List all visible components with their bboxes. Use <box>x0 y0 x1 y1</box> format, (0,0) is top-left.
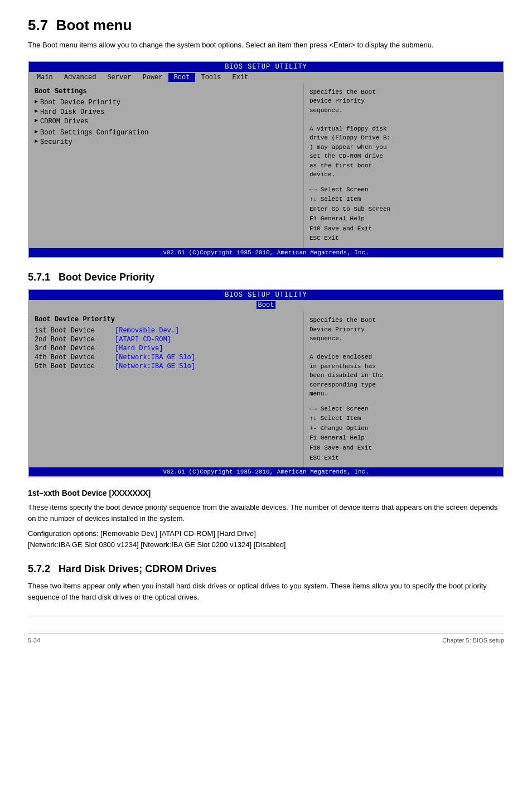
bios-keys-1: ←→ Select Screen ↑↓ Select Item Enter Go… <box>309 185 497 244</box>
device-label: 2nd Boot Device <box>35 336 113 344</box>
bios-item-security: ► Security <box>35 138 298 146</box>
page-footer: 5-34 Chapter 5: BIOS setup <box>28 633 504 644</box>
device-label: 3rd Boot Device <box>35 345 113 352</box>
arrow-icon: ► <box>35 118 38 124</box>
bios-menu-advanced[interactable]: Advanced <box>59 73 102 82</box>
section-intro: The Boot menu items allow you to change … <box>28 40 504 51</box>
bios-right-2: Specifies the Boot Device Priority seque… <box>304 311 503 467</box>
bios-title-bar-1: BIOS SETUP UTILITY <box>29 62 503 72</box>
bios-device-2nd: 2nd Boot Device [ATAPI CD-ROM] <box>35 336 298 344</box>
bios-device-3rd: 3rd Boot Device [Hard Drive] <box>35 345 298 352</box>
bios-footer-1: v02.61 (C)Copyright 1985-2010, American … <box>29 248 503 257</box>
bios-footer-2: v02.61 (C)Copyright 1985-2010, American … <box>29 467 503 476</box>
bios-title-bar-2: BIOS SETUP UTILITY <box>29 290 503 300</box>
device-value: [Network:IBA GE Slo] <box>115 363 195 370</box>
bios-help-text-1: Specifies the Boot Device Priority seque… <box>309 88 497 180</box>
device-label: 4th Boot Device <box>35 354 113 361</box>
subsection-571-heading: 5.7.1 Boot Device Priority <box>28 272 504 283</box>
section-57: 5.7 Boot menu The Boot menu items allow … <box>28 17 504 602</box>
bios-device-5th: 5th Boot Device [Network:IBA GE Slo] <box>35 363 298 370</box>
bios-menu-tools[interactable]: Tools <box>195 73 226 82</box>
bios-active-tab-2: Boot <box>257 301 276 309</box>
device-value: [ATAPI CD-ROM] <box>115 336 171 344</box>
footer-right: Chapter 5: BIOS setup <box>442 637 504 644</box>
bios-item-boot-settings-config: ► Boot Settings Configuration <box>35 129 298 137</box>
subsection-572-heading: 5.7.2 Hard Disk Drives; CDROM Drives <box>28 563 504 575</box>
boot-device-text1: These items specify the boot device prio… <box>28 502 504 524</box>
bios-box-2: BIOS SETUP UTILITY Boot Boot Device Prio… <box>28 289 504 477</box>
footer-divider <box>28 616 504 616</box>
bios-item-label: Hard Disk Drives <box>40 108 104 116</box>
bios-item-label: Boot Device Priority <box>40 99 120 107</box>
bios-right-1: Specifies the Boot Device Priority seque… <box>304 83 503 249</box>
footer-left: 5-34 <box>28 637 40 644</box>
bios-menu-server[interactable]: Server <box>101 73 137 82</box>
device-value: [Removable Dev.] <box>115 327 179 335</box>
bios-content-2: Boot Device Priority 1st Boot Device [Re… <box>29 311 503 467</box>
bios-help-text-2: Specifies the Boot Device Priority seque… <box>309 316 497 399</box>
bios-menu-power[interactable]: Power <box>137 73 168 82</box>
bios-item-label: Security <box>40 138 72 146</box>
device-label: 1st Boot Device <box>35 327 113 335</box>
bios-menu-main[interactable]: Main <box>31 73 59 82</box>
bios-menu-boot[interactable]: Boot <box>168 73 196 82</box>
bios-left-1: Boot Settings ► Boot Device Priority ► H… <box>29 83 304 249</box>
device-value: [Network:IBA GE Slo] <box>115 354 195 361</box>
bios-item-label: Boot Settings Configuration <box>40 129 148 137</box>
device-label: 5th Boot Device <box>35 363 113 370</box>
arrow-icon: ► <box>35 99 38 105</box>
section-title: 5.7 Boot menu <box>28 17 504 34</box>
bios-item-cdrom: ► CDROM Drives <box>35 118 298 125</box>
bios-keys-2: ←→ Select Screen ↑↓ Select Item +- Chang… <box>309 404 497 463</box>
bios-device-4th: 4th Boot Device [Network:IBA GE Slo] <box>35 354 298 361</box>
boot-device-heading: 1st–xxth Boot Device [XXXXXXX] <box>28 489 504 497</box>
bios-section-label-2: Boot Device Priority <box>35 316 298 323</box>
bios-box-1: BIOS SETUP UTILITY Main Advanced Server … <box>28 61 504 259</box>
boot-device-text2: Configuration options: [Removable Dev.] … <box>28 528 504 550</box>
bios-menu-bar-2: Boot <box>29 300 503 311</box>
bios-content-1: Boot Settings ► Boot Device Priority ► H… <box>29 83 503 249</box>
bios-menu-bar-1: Main Advanced Server Power Boot Tools Ex… <box>29 72 503 83</box>
subsection-572-text: These two items appear only when you ins… <box>28 581 504 602</box>
arrow-icon: ► <box>35 108 38 114</box>
arrow-icon: ► <box>35 138 38 144</box>
bios-left-2: Boot Device Priority 1st Boot Device [Re… <box>29 311 304 467</box>
bios-item-hard-disk: ► Hard Disk Drives <box>35 108 298 116</box>
device-value: [Hard Drive] <box>115 345 163 352</box>
bios-item-boot-device-priority: ► Boot Device Priority <box>35 99 298 107</box>
bios-item-label: CDROM Drives <box>40 118 88 125</box>
bios-device-1st: 1st Boot Device [Removable Dev.] <box>35 327 298 335</box>
bios-section-label-1: Boot Settings <box>35 88 298 95</box>
bios-menu-exit[interactable]: Exit <box>226 73 254 82</box>
arrow-icon: ► <box>35 129 38 135</box>
